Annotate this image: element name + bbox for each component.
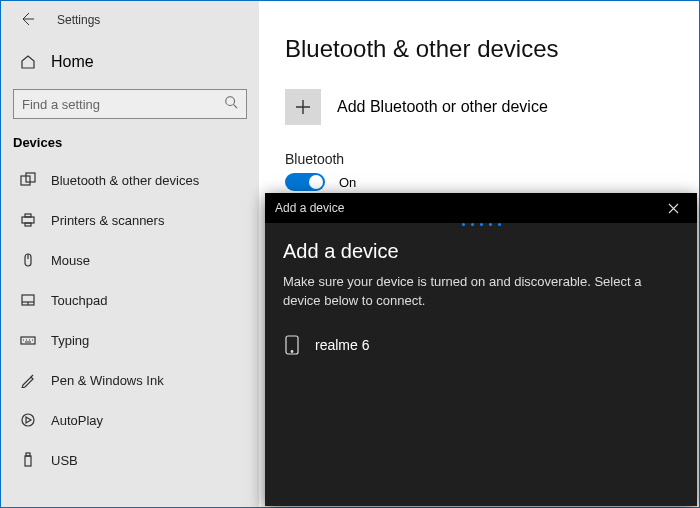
search-field[interactable]: [22, 97, 224, 112]
back-icon[interactable]: [19, 11, 35, 30]
home-icon: [19, 54, 37, 70]
bluetooth-devices-icon: [19, 172, 37, 188]
sidebar-item-label: Typing: [51, 333, 89, 348]
bluetooth-toggle-state: On: [339, 175, 356, 190]
sidebar-item-label: AutoPlay: [51, 413, 103, 428]
svg-rect-4: [25, 214, 31, 217]
sidebar-item-typing[interactable]: Typing: [1, 320, 259, 360]
sidebar-item-label: Printers & scanners: [51, 213, 164, 228]
bluetooth-section-label: Bluetooth: [285, 151, 699, 167]
sidebar-group-title: Devices: [1, 119, 259, 160]
search-input[interactable]: [13, 89, 247, 119]
add-device-dialog: Add a device Add a device Make sure your…: [265, 193, 697, 506]
sidebar-item-autoplay[interactable]: AutoPlay: [1, 400, 259, 440]
sidebar-item-label: USB: [51, 453, 78, 468]
dialog-subtext: Make sure your device is turned on and d…: [283, 273, 679, 311]
search-icon: [224, 95, 238, 113]
sidebar-item-mouse[interactable]: Mouse: [1, 240, 259, 280]
plus-icon: [285, 89, 321, 125]
sidebar-item-label: Mouse: [51, 253, 90, 268]
mouse-icon: [19, 252, 37, 268]
sidebar-item-pen[interactable]: Pen & Windows Ink: [1, 360, 259, 400]
sidebar: Settings Home Devices Bluetooth & other …: [1, 1, 259, 507]
add-device-label: Add Bluetooth or other device: [337, 98, 548, 116]
svg-rect-11: [26, 453, 30, 456]
sidebar-item-label: Touchpad: [51, 293, 107, 308]
settings-window: Settings Home Devices Bluetooth & other …: [0, 0, 700, 508]
dialog-titlebar-text: Add a device: [275, 201, 344, 215]
sidebar-item-label: Pen & Windows Ink: [51, 373, 164, 388]
device-item[interactable]: realme 6: [283, 329, 679, 361]
close-button[interactable]: [659, 194, 687, 222]
sidebar-item-bluetooth[interactable]: Bluetooth & other devices: [1, 160, 259, 200]
keyboard-icon: [19, 332, 37, 348]
sidebar-item-label: Bluetooth & other devices: [51, 173, 199, 188]
usb-icon: [19, 452, 37, 468]
sidebar-item-usb[interactable]: USB: [1, 440, 259, 480]
svg-point-9: [22, 414, 34, 426]
page-title: Bluetooth & other devices: [285, 35, 699, 63]
svg-rect-10: [25, 456, 31, 466]
device-name: realme 6: [315, 337, 369, 353]
sidebar-items: Bluetooth & other devices Printers & sca…: [1, 160, 259, 480]
nav-home-label: Home: [51, 53, 94, 71]
svg-rect-5: [25, 223, 31, 226]
phone-icon: [283, 335, 301, 355]
touchpad-icon: [19, 292, 37, 308]
svg-point-13: [291, 350, 293, 352]
svg-point-0: [226, 97, 235, 106]
sidebar-item-printers[interactable]: Printers & scanners: [1, 200, 259, 240]
sidebar-item-touchpad[interactable]: Touchpad: [1, 280, 259, 320]
pen-icon: [19, 372, 37, 388]
svg-rect-3: [22, 217, 34, 223]
dialog-titlebar: Add a device: [265, 193, 697, 223]
back-row: Settings: [19, 9, 259, 31]
printer-icon: [19, 212, 37, 228]
add-device-button[interactable]: Add Bluetooth or other device: [285, 89, 699, 125]
bluetooth-toggle[interactable]: [285, 173, 325, 191]
nav-home[interactable]: Home: [19, 45, 259, 79]
autoplay-icon: [19, 412, 37, 428]
window-title: Settings: [57, 13, 100, 27]
dialog-heading: Add a device: [283, 240, 679, 263]
